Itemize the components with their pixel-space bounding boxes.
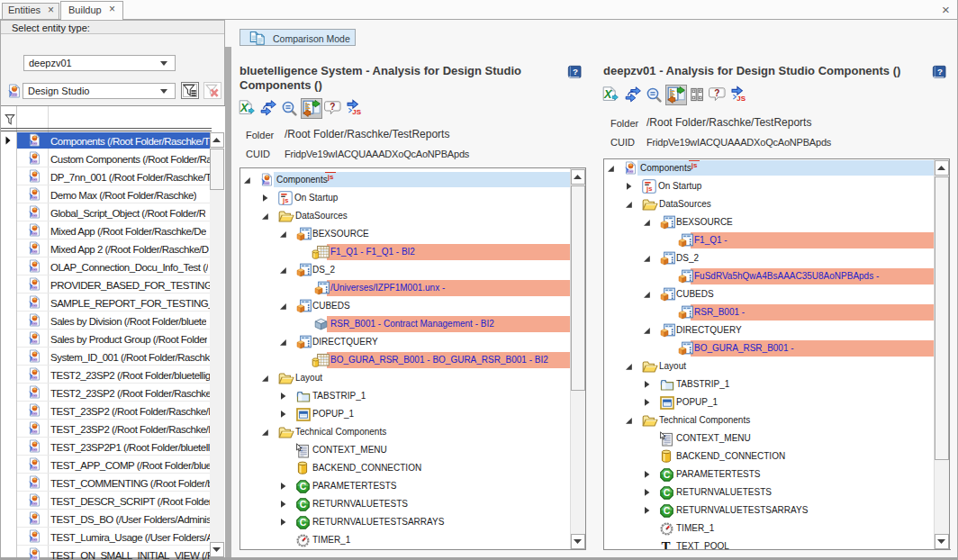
- svg-text:?: ?: [937, 67, 943, 77]
- svg-text:C: C: [664, 487, 671, 498]
- svg-text:js: js: [646, 185, 652, 193]
- svg-text:X: X: [603, 88, 612, 101]
- svg-text:?: ?: [330, 102, 335, 112]
- svg-text:C: C: [300, 517, 307, 528]
- svg-text:JS: JS: [352, 108, 361, 115]
- svg-text:js: js: [282, 196, 288, 204]
- svg-text:C: C: [664, 505, 671, 516]
- svg-text:?: ?: [573, 67, 578, 77]
- svg-text:JS: JS: [737, 95, 746, 102]
- svg-text:?: ?: [714, 88, 719, 98]
- svg-text:C: C: [300, 499, 307, 510]
- svg-text:C: C: [664, 469, 671, 480]
- svg-text:X: X: [240, 102, 249, 114]
- svg-text:C: C: [300, 481, 307, 492]
